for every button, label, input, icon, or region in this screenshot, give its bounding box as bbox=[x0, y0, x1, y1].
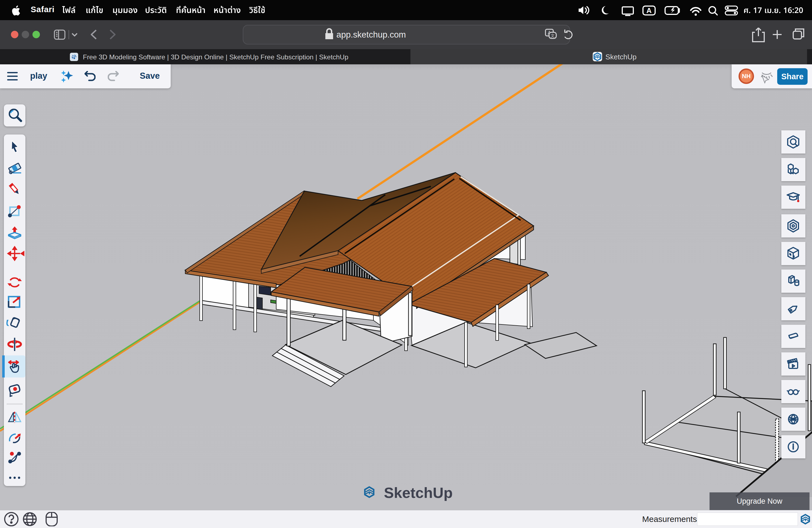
svg-text:SketchUp: SketchUp bbox=[384, 484, 453, 501]
svg-text:文: 文 bbox=[551, 33, 555, 38]
svg-text:app.sketchup.com: app.sketchup.com bbox=[336, 30, 406, 40]
svg-text:A: A bbox=[647, 6, 652, 15]
